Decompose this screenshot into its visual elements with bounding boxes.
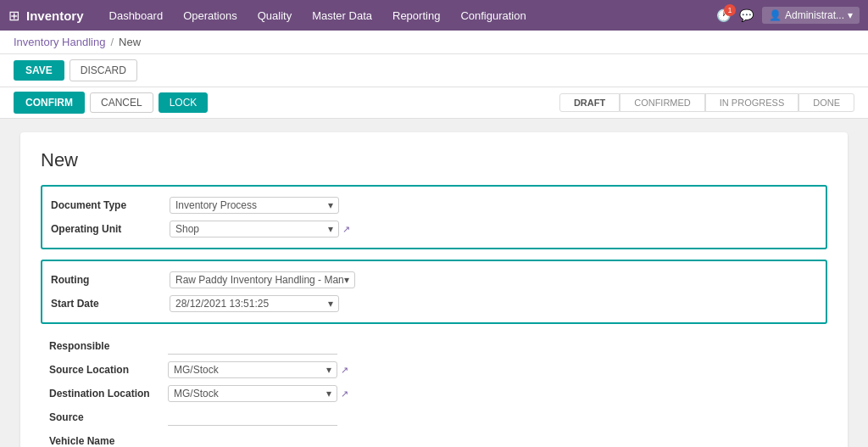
field-operating-unit: Operating Unit Shop ▾ ↗ [42,217,826,241]
form-section-1: Document Type Inventory Process ▾ Operat… [41,185,827,249]
field-start-date: Start Date 28/12/2021 13:51:25 ▾ [42,292,826,316]
form-title: New [41,149,827,171]
label-vehicle-name: Vehicle Name [49,435,168,447]
label-start-date: Start Date [51,298,170,310]
value-destination-location: MG/Stock ▾ ↗ [168,385,819,402]
value-document-type: Inventory Process ▾ [170,197,817,214]
status-bar: CONFIRM CANCEL LOCK DRAFT CONFIRMED IN P… [0,87,868,119]
field-routing: Routing Raw Paddy Inventory Handling - M… [42,268,826,292]
save-button[interactable]: SAVE [14,60,64,81]
nav-dashboard[interactable]: Dashboard [101,6,172,25]
value-start-date: 28/12/2021 13:51:25 ▾ [170,295,817,312]
value-source [168,410,819,426]
breadcrumb-current: New [119,36,141,48]
stage-confirmed[interactable]: CONFIRMED [620,93,705,112]
notification-badge: 1 [724,4,736,16]
select-destination-location[interactable]: MG/Stock ▾ [168,385,337,402]
app-title: Inventory [26,8,84,23]
app-grid-icon: ⊞ [8,8,19,24]
form-section-2: Routing Raw Paddy Inventory Handling - M… [41,260,827,324]
value-responsible [168,338,819,355]
field-source-location: Source Location MG/Stock ▾ ↗ [41,358,827,382]
nav-configuration[interactable]: Configuration [452,6,534,25]
status-stages: DRAFT CONFIRMED IN PROGRESS DONE [559,93,854,112]
label-responsible: Responsible [49,340,168,352]
stage-done[interactable]: DONE [798,93,854,112]
value-operating-unit: Shop ▾ ↗ [170,221,817,237]
nav-operations[interactable]: Operations [175,6,246,25]
main-content: New Document Type Inventory Process ▾ Op… [0,119,868,447]
input-source[interactable] [168,410,337,426]
notification-icon[interactable]: 🕐 1 [716,8,731,22]
select-source-location[interactable]: MG/Stock ▾ [168,361,337,378]
value-vehicle-name [168,433,819,448]
field-responsible: Responsible [41,334,827,358]
nav-reporting[interactable]: Reporting [384,6,448,25]
breadcrumb-separator: / [110,36,114,48]
field-document-type: Document Type Inventory Process ▾ [42,193,826,217]
top-navigation: ⊞ Inventory Dashboard Operations Quality… [0,0,868,31]
admin-menu[interactable]: 👤 Administrat... ▾ [762,7,860,24]
nav-links: Dashboard Operations Quality Master Data… [101,6,716,25]
breadcrumb-parent[interactable]: Inventory Handling [14,36,105,48]
stage-in-progress[interactable]: IN PROGRESS [705,93,798,112]
operating-unit-ext-link[interactable]: ↗ [342,224,350,235]
confirm-button[interactable]: CONFIRM [14,92,85,114]
label-destination-location: Destination Location [49,388,168,400]
label-routing: Routing [51,274,170,286]
value-routing: Raw Paddy Inventory Handling - Man ▾ [170,271,817,288]
lock-button[interactable]: LOCK [159,92,209,113]
field-destination-location: Destination Location MG/Stock ▾ ↗ [41,382,827,405]
plain-fields: Responsible Source Location MG/Stock ▾ ↗… [41,334,827,447]
label-document-type: Document Type [51,199,170,211]
field-vehicle-name: Vehicle Name [41,429,827,447]
input-responsible[interactable] [168,338,337,355]
action-bar: SAVE DISCARD [0,54,868,87]
select-start-date[interactable]: 28/12/2021 13:51:25 ▾ [170,295,339,312]
label-source-location: Source Location [49,364,168,376]
breadcrumb: Inventory Handling / New [0,31,868,54]
nav-master-data[interactable]: Master Data [303,6,381,25]
select-routing[interactable]: Raw Paddy Inventory Handling - Man ▾ [170,271,355,288]
cancel-button[interactable]: CANCEL [90,92,153,113]
nav-right-actions: 🕐 1 💬 👤 Administrat... ▾ [716,7,860,24]
value-source-location: MG/Stock ▾ ↗ [168,361,819,378]
form-card: New Document Type Inventory Process ▾ Op… [20,132,848,447]
source-location-ext-link[interactable]: ↗ [341,365,348,376]
stage-draft[interactable]: DRAFT [559,93,620,112]
discard-button[interactable]: DISCARD [70,59,137,81]
destination-location-ext-link[interactable]: ↗ [341,388,348,400]
label-source: Source [49,411,168,423]
nav-quality[interactable]: Quality [249,6,300,25]
field-source: Source [41,405,827,429]
chat-icon[interactable]: 💬 [739,8,754,22]
label-operating-unit: Operating Unit [51,223,170,235]
select-document-type[interactable]: Inventory Process ▾ [170,197,339,214]
input-vehicle-name[interactable] [168,433,337,448]
select-operating-unit[interactable]: Shop ▾ [170,221,339,237]
